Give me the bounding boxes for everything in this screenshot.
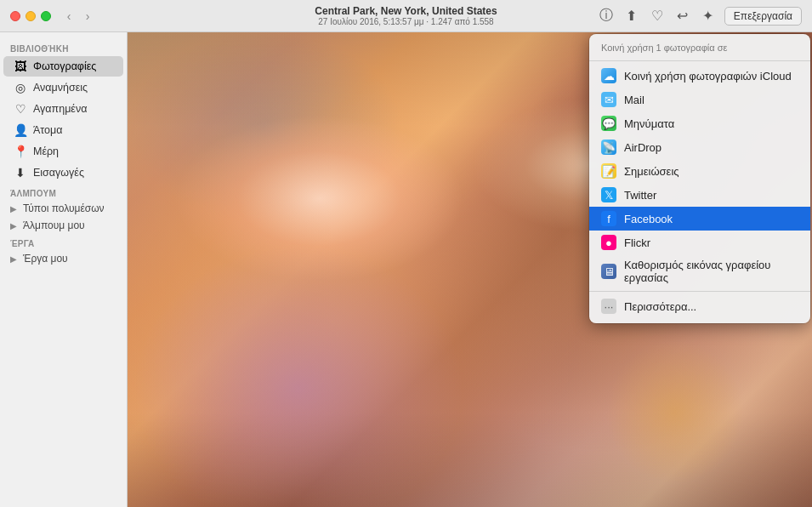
maximize-button[interactable]: [41, 11, 51, 21]
memories-icon: ◎: [14, 81, 27, 94]
minimize-button[interactable]: [26, 11, 36, 21]
photo-location: Central Park, New York, United States: [315, 5, 497, 17]
albums-section-label: Άλμπουμ: [0, 184, 127, 200]
arrow-icon: ▶: [10, 204, 17, 214]
sidebar-item-photos[interactable]: 🖼 Φωτογραφίες: [3, 56, 123, 77]
messages-icon: 💬: [601, 116, 616, 131]
notes-icon: 📝: [601, 163, 616, 179]
adjust-button[interactable]: ✦: [699, 7, 718, 26]
icloud-icon: ☁: [601, 68, 616, 83]
favorite-button[interactable]: ♡: [648, 7, 667, 26]
photos-icon: 🖼: [14, 60, 27, 73]
sidebar-item-my-albums[interactable]: ▶ Άλμπουμ μου: [0, 217, 127, 234]
messages-label: Μηνύματα: [624, 117, 674, 130]
sidebar-item-my-projects-label: Έργα μου: [23, 253, 68, 265]
dropdown-item-desktop[interactable]: 🖥 Καθορισμός εικόνας γραφείου εργασίας: [589, 254, 810, 288]
notes-label: Σημειώσεις: [624, 165, 679, 178]
facebook-icon: f: [601, 211, 616, 226]
sidebar-item-photos-label: Φωτογραφίες: [33, 60, 96, 72]
sidebar-item-my-albums-label: Άλμπουμ μου: [23, 219, 85, 231]
imports-icon: ⬇: [14, 166, 27, 179]
sidebar-item-places-label: Μέρη: [33, 145, 59, 157]
sidebar-item-my-projects[interactable]: ▶ Έργα μου: [0, 250, 127, 267]
share-dropdown: Κοινή χρήση 1 φωτογραφία σε ☁ Κοινή χρήσ…: [589, 34, 810, 323]
dropdown-item-flickr[interactable]: ● Flickr: [589, 231, 810, 254]
twitter-label: Twitter: [624, 189, 656, 202]
sidebar-item-favorites[interactable]: ♡ Αγαπημένα: [3, 99, 123, 119]
mail-label: Mail: [624, 94, 644, 106]
sidebar-item-people[interactable]: 👤 Άτομα: [3, 120, 123, 140]
places-icon: 📍: [14, 145, 27, 158]
library-section-label: Βιβλιοθήκη: [0, 39, 127, 55]
more-label: Περισσότερα...: [624, 300, 696, 313]
dropdown-divider-top: [589, 60, 810, 61]
dropdown-item-facebook[interactable]: f Facebook: [589, 207, 810, 231]
sidebar-item-memories-label: Αναμνήσεις: [33, 82, 88, 94]
back-button[interactable]: ‹: [61, 9, 77, 24]
title-area: Central Park, New York, United States 27…: [315, 5, 497, 26]
arrow-icon-2: ▶: [10, 221, 17, 231]
airdrop-label: AirDrop: [624, 141, 662, 154]
dropdown-header: Κοινή χρήση 1 φωτογραφία σε: [589, 39, 810, 58]
icloud-label: Κοινή χρήση φωτογραφιών iCloud: [624, 70, 792, 83]
traffic-lights: [10, 11, 51, 21]
facebook-label: Facebook: [624, 213, 673, 225]
rotate-button[interactable]: ↩: [673, 7, 692, 26]
toolbar-right: ⓘ ⬆ ♡ ↩ ✦ Επεξεργασία: [597, 7, 802, 26]
share-button[interactable]: ⬆: [622, 7, 641, 26]
dropdown-item-notes[interactable]: 📝 Σημειώσεις: [589, 159, 810, 183]
more-icon: ···: [601, 299, 616, 314]
dropdown-item-messages[interactable]: 💬 Μηνύματα: [589, 111, 810, 135]
people-icon: 👤: [14, 123, 27, 137]
forward-button[interactable]: ›: [80, 9, 95, 24]
titlebar: ‹ › Central Park, New York, United State…: [0, 0, 812, 32]
sidebar-item-memories[interactable]: ◎ Αναμνήσεις: [3, 77, 123, 98]
main-content: Βιβλιοθήκη 🖼 Φωτογραφίες ◎ Αναμνήσεις ♡ …: [0, 32, 812, 507]
sidebar: Βιβλιοθήκη 🖼 Φωτογραφίες ◎ Αναμνήσεις ♡ …: [0, 32, 128, 507]
desktop-label: Καθορισμός εικόνας γραφείου εργασίας: [624, 259, 798, 284]
edit-button[interactable]: Επεξεργασία: [724, 7, 802, 26]
airdrop-icon: 📡: [601, 140, 616, 155]
dropdown-divider-bottom: [589, 291, 810, 292]
projects-section-label: Έργα: [0, 234, 127, 250]
flickr-label: Flickr: [624, 236, 650, 249]
photo-area: Κοινή χρήση 1 φωτογραφία σε ☁ Κοινή χρήσ…: [128, 32, 812, 507]
dropdown-item-mail[interactable]: ✉ Mail: [589, 88, 810, 111]
dropdown-item-more[interactable]: ··· Περισσότερα...: [589, 294, 810, 318]
dropdown-item-twitter[interactable]: 𝕏 Twitter: [589, 183, 810, 207]
flickr-icon: ●: [601, 235, 616, 250]
sidebar-item-imports[interactable]: ⬇ Εισαγωγές: [3, 162, 123, 183]
sidebar-item-media-types-label: Τύποι πολυμέσων: [23, 202, 105, 214]
twitter-icon: 𝕏: [601, 187, 616, 202]
dropdown-item-icloud[interactable]: ☁ Κοινή χρήση φωτογραφιών iCloud: [589, 64, 810, 88]
sidebar-item-people-label: Άτομα: [33, 124, 63, 136]
dropdown-item-airdrop[interactable]: 📡 AirDrop: [589, 135, 810, 159]
sidebar-item-media-types[interactable]: ▶ Τύποι πολυμέσων: [0, 200, 127, 217]
mail-icon: ✉: [601, 92, 616, 107]
nav-buttons: ‹ ›: [61, 9, 95, 24]
sidebar-item-imports-label: Εισαγωγές: [33, 167, 84, 179]
photo-metadata: 27 Ιουλίου 2016, 5:13:57 μμ · 1.247 από …: [315, 17, 497, 26]
desktop-icon: 🖥: [601, 264, 616, 279]
favorites-icon: ♡: [14, 102, 27, 116]
arrow-icon-3: ▶: [10, 254, 17, 264]
sidebar-item-favorites-label: Αγαπημένα: [33, 103, 87, 115]
sidebar-item-places[interactable]: 📍 Μέρη: [3, 141, 123, 162]
close-button[interactable]: [10, 11, 20, 21]
info-button[interactable]: ⓘ: [597, 7, 616, 26]
